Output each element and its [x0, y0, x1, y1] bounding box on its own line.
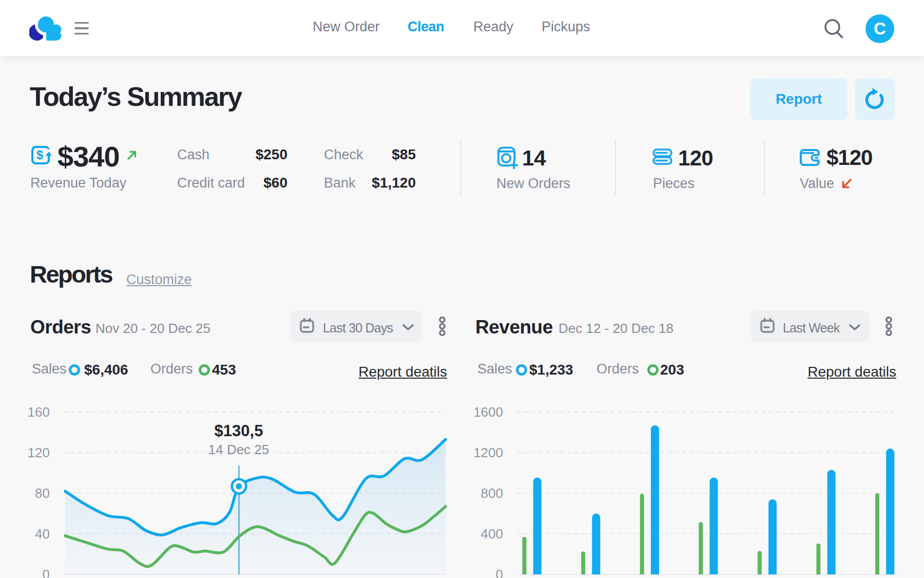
- svg-text:0: 0: [496, 567, 503, 578]
- svg-text:80: 80: [35, 486, 50, 501]
- svg-text:$130,5: $130,5: [215, 422, 263, 440]
- svg-text:120: 120: [28, 445, 50, 460]
- svg-text:400: 400: [481, 526, 503, 542]
- svg-text:160: 160: [28, 404, 50, 420]
- svg-text:1600: 1600: [473, 404, 503, 420]
- svg-text:800: 800: [481, 486, 503, 501]
- svg-text:14 Dec 25: 14 Dec 25: [208, 442, 270, 457]
- svg-text:0: 0: [43, 567, 50, 578]
- svg-text:1200: 1200: [473, 445, 503, 460]
- svg-text:40: 40: [35, 526, 50, 542]
